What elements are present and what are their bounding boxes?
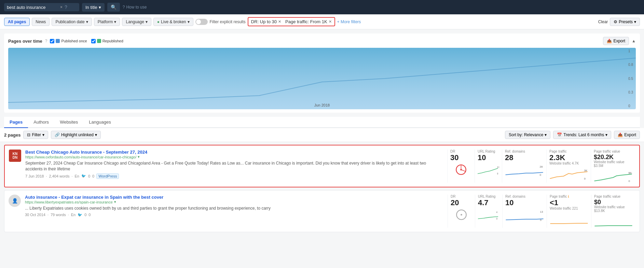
svg-text:11: 11 (497, 166, 499, 168)
result-favicon-1: KNDN (9, 150, 21, 162)
svg-point-2 (460, 169, 462, 171)
published-once-checkbox[interactable] (50, 39, 54, 43)
all-pages-filter[interactable]: All pages (4, 18, 30, 26)
in-title-dropdown[interactable]: In title ▾ (82, 3, 105, 12)
dr-chip-remove[interactable]: ✕ (278, 19, 281, 24)
svg-text:0: 0 (496, 217, 498, 220)
toggle-switch[interactable] (195, 19, 208, 25)
sort-by-label: Sort by: Relevance (509, 132, 543, 137)
highlight-unlinked-btn[interactable]: 🔗 Highlight unlinked ▾ (51, 131, 101, 139)
active-filters-group: DR: Up to 30 ✕ Page traffic: From 1K ✕ (248, 17, 335, 26)
republished-label: Republished (102, 39, 123, 43)
result-row-2: 👤 Auto insurance - Expat car insurance i… (4, 190, 640, 232)
metric-value-2: Page traffic value $0 Website traffic va… (591, 195, 635, 228)
ref-mini-chart-2: 13 0 (505, 208, 544, 222)
ur-mini-chart-1: 11 0 (478, 163, 499, 177)
tab-websites[interactable]: Websites (54, 117, 83, 128)
search-input-wrap: × ? (4, 3, 79, 11)
traffic-mini-chart-2 (550, 212, 588, 225)
tab-authors[interactable]: Authors (28, 117, 54, 128)
chart-help-icon[interactable]: ? (45, 39, 47, 43)
republished-checkbox[interactable] (91, 39, 96, 43)
more-filters-btn[interactable]: + More filters (337, 19, 361, 24)
dr-chip-label: DR: Up to 30 (251, 19, 277, 24)
result-words-1: 2,404 words (49, 174, 70, 178)
export-label: Export (624, 132, 636, 137)
traffic-value-2: <1 (550, 199, 588, 207)
sort-area: Sort by: Relevance ▾ 📅 Trends: Last 6 mo… (505, 131, 640, 139)
tab-pages[interactable]: Pages (4, 117, 28, 128)
filter-bar: All pages News Publication date ▾ Platfo… (0, 14, 644, 29)
svg-text:0: 0 (540, 218, 542, 222)
traffic-mini-chart-1: 3K 0 (549, 167, 588, 180)
presets-btn[interactable]: ⚙ Presets ▾ (610, 18, 640, 26)
y-axis-05: 0.5 (628, 77, 633, 81)
svg-rect-0 (8, 48, 636, 109)
publication-date-filter[interactable]: Publication date ▾ (52, 18, 92, 26)
news-filter[interactable]: News (32, 18, 50, 26)
result-words-2: 79 words (51, 213, 66, 217)
live-broken-filter[interactable]: ● Live & broken ▾ (153, 18, 193, 26)
language-filter[interactable]: Language ▾ (122, 18, 151, 26)
result-title-2[interactable]: Auto insurance - Expat car insurance in … (25, 195, 163, 200)
result-title-1[interactable]: Best Cheap Chicago Auto Insurance - Sept… (25, 150, 147, 155)
tabs-nav: Pages Authors Websites Languages (4, 117, 640, 128)
dr-value-2: 20 (451, 199, 472, 207)
result-url-text-2[interactable]: https://www.libertyexpatriates.es/spain-… (25, 200, 113, 204)
search-input[interactable] (7, 5, 58, 10)
chart-export-btn[interactable]: 📤 Export (603, 37, 629, 45)
trends-btn[interactable]: 📅 Trends: Last 6 months ▾ (553, 131, 611, 139)
platform-filter[interactable]: Platform ▾ (94, 18, 120, 26)
metric-ref-2: Ref. domains 10 13 0 (502, 195, 547, 228)
result-platform-1: WordPress (96, 173, 119, 179)
sort-by-btn[interactable]: Sort by: Relevance ▾ (505, 131, 550, 139)
table-actions: 2 pages ⊟ Filter ▾ 🔗 Highlight unlinked … (0, 128, 644, 142)
page-traffic-chip-label: Page traffic: From 1K (285, 19, 327, 24)
metric-ur-2: URL Rating 4.7 4 0 (475, 195, 502, 228)
page-traffic-chip-remove[interactable]: ✕ (329, 19, 332, 24)
filter-btn[interactable]: ⊟ Filter ▾ (23, 131, 48, 139)
ref-value-1: 28 (505, 154, 544, 161)
metric-value-1: Page traffic value $20.2K Website traffi… (591, 150, 635, 183)
y-axis-08: 0.8 (628, 63, 633, 67)
chart-svg (8, 48, 636, 109)
republished-legend[interactable]: Republished (91, 39, 123, 43)
result-snippet-2: ... Liberty Expatriates uses cookies own… (25, 206, 443, 211)
svg-text:0: 0 (540, 173, 542, 177)
search-help-icon[interactable]: ? (65, 4, 67, 10)
how-to-use-label: How to use (126, 5, 147, 10)
svg-text:4: 4 (496, 211, 498, 213)
result-info-2: Auto insurance - Expat car insurance in … (25, 195, 443, 217)
chevron-down-icon: ▾ (188, 19, 190, 24)
filter-explicit-toggle: Filter explicit results (195, 19, 246, 25)
sliders-icon: ⚙ (614, 19, 617, 24)
dropdown-icon-1[interactable]: ▾ (138, 155, 140, 159)
result-date-2: 30 Oct 2014 (25, 213, 45, 217)
chart-y-axis: 1 0.8 0.5 0.3 0 (628, 48, 633, 109)
metric-ur-1: URL Rating 10 11 0 (475, 150, 502, 183)
clear-search-icon[interactable]: × (60, 5, 63, 10)
dr-mini-chart-1 (450, 163, 472, 177)
published-once-legend[interactable]: Published once (50, 39, 87, 43)
tab-languages[interactable]: Languages (83, 117, 116, 128)
results-export-btn[interactable]: 📤 Export (614, 131, 640, 139)
metric-traffic-1: Page traffic 2.3K Website traffic 4.7K 3… (546, 150, 591, 183)
chart-area: Jun 2018 1 0.8 0.5 0.3 0 (8, 48, 636, 109)
search-button[interactable]: 🔍 (107, 3, 120, 12)
result-ref-1: 0 (92, 174, 94, 178)
pub-date-label: Publication date (55, 19, 84, 24)
result-url-text-1[interactable]: https://www.oxfordauto.com/auto-insuranc… (25, 155, 136, 159)
dropdown-icon-2[interactable]: ▾ (114, 200, 116, 204)
how-to-use-link[interactable]: ? How to use (123, 5, 147, 10)
svg-text:0: 0 (584, 177, 586, 180)
traffic-sub-2: Website traffic 221 (550, 207, 588, 210)
clear-filters-btn[interactable]: Clear (598, 19, 608, 24)
chevron-down-icon: ▾ (86, 19, 88, 24)
twitter-icon-1: 🐦 (81, 174, 86, 178)
presets-label: Presets (619, 19, 633, 24)
chart-collapse-btn[interactable]: ▲ (632, 39, 636, 43)
traffic-label-2: Page traffic ℹ (550, 195, 588, 198)
value-label-2: Page traffic value (594, 195, 633, 198)
language-label: Language (126, 19, 144, 24)
result-url-1: https://www.oxfordauto.com/auto-insuranc… (25, 155, 443, 159)
